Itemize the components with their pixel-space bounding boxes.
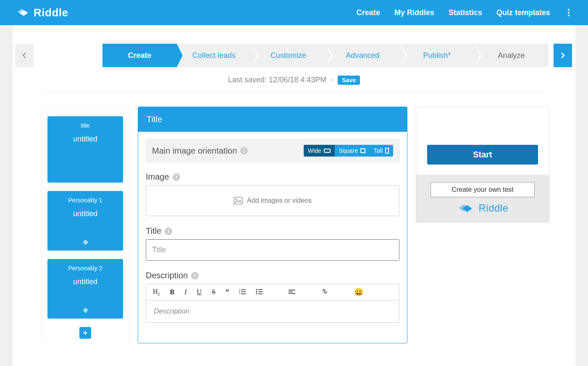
main-columns: title untitled Personality 1 untitled ✥ … [13,92,575,357]
step-publish[interactable]: Publish* [400,44,474,67]
next-step-button[interactable] [554,44,572,67]
ordered-list-icon: 123 [239,288,246,294]
sidebar-tile-personality-1[interactable]: Personality 1 untitled ✥ [47,191,123,251]
step-label: Publish* [423,51,451,60]
step-advanced[interactable]: Advanced [326,44,400,67]
editor-header: Title [138,107,407,132]
info-icon[interactable]: i [165,227,172,235]
step-analyze[interactable]: Analyze [474,44,549,67]
step-label: Advanced [346,51,379,60]
svg-point-3 [236,199,237,201]
tile-title-label: untitled [51,209,120,218]
svg-text:3: 3 [239,293,240,294]
add-tile-button[interactable]: + [79,327,91,339]
preview-top: Start [416,107,549,175]
create-own-test-button[interactable]: Create your own test [430,182,535,197]
preview-bottom: Create your own test Riddle [416,175,549,222]
nav-statistics[interactable]: Statistics [449,8,482,17]
brand-text: Riddle [34,6,68,19]
tile-type-label: title [51,122,120,129]
title-field-label: Title i [146,226,399,236]
rte-underline-button[interactable]: U [195,288,204,297]
prev-step-button[interactable] [15,44,34,67]
orientation-label-text: Main image orientation [152,146,237,156]
orientation-tall-button[interactable]: Tall [370,145,393,157]
sidebar-tile-personality-2[interactable]: Personality 2 untitled ✥ [47,259,123,319]
brand[interactable]: Riddle [15,6,68,19]
description-placeholder: Description [154,307,189,315]
rte-link-button[interactable] [320,287,330,297]
step-collect-leads[interactable]: Collect leads [177,44,251,67]
step-customize[interactable]: Customize [251,44,326,67]
orientation-label: Main image orientation i [152,146,248,156]
steps: Create Collect leads Customize Advanced … [102,44,549,67]
preview-brand[interactable]: Riddle [430,202,535,214]
label-text: Title [146,226,161,236]
info-icon[interactable]: i [191,272,199,280]
tile-title-label: untitled [51,277,120,286]
rte-strike-button[interactable]: S [210,288,217,297]
last-saved-text: Last saved: 12/06/18 4:43PM [228,76,326,84]
nav-create[interactable]: Create [357,8,380,17]
step-label: Analyze [498,51,525,60]
square-shape-icon [360,148,365,153]
tile-type-label: Personality 1 [51,197,120,204]
rte-quote-button[interactable]: ” [224,288,231,297]
image-field-label: Image i [146,172,399,182]
step-row: Create Collect leads Customize Advanced … [13,25,575,70]
kebab-menu-icon[interactable] [564,7,573,18]
nav-templates[interactable]: Quiz templates [496,8,550,17]
preview-brand-text: Riddle [478,202,508,214]
nav-links: Create My Riddles Statistics Quiz templa… [357,7,573,18]
label-text: Description [146,271,188,280]
tile-type-label: Personality 2 [51,265,120,272]
info-icon[interactable]: i [173,173,180,181]
rte-unordered-list-button[interactable] [254,288,264,297]
step-label: Collect leads [192,51,236,60]
toggle-label: Wide [308,147,321,154]
drag-handle-icon[interactable]: ✥ [83,306,88,314]
rte-heading-button[interactable]: H2 [151,287,162,297]
save-button[interactable]: Save [338,76,360,85]
sidebar-tile-title[interactable]: title untitled [47,116,123,183]
step-label: Create [128,51,151,60]
step-create[interactable]: Create [102,44,177,67]
rte-align-button[interactable] [287,288,297,297]
top-nav: Riddle Create My Riddles Statistics Quiz… [0,0,588,25]
editor-body: Main image orientation i Wide Square Tal… [138,132,407,343]
wide-shape-icon [324,149,331,153]
rte-toolbar: H2 B I U S ” 123 😀 [146,284,399,301]
info-icon[interactable]: i [240,147,248,154]
description-field-label: Description i [146,271,399,280]
last-saved-row: Last saved: 12/06/18 4:43PM - Save [13,70,575,88]
description-editor: H2 B I U S ” 123 😀 [146,284,399,323]
toggle-label: Square [339,147,358,154]
orientation-toggle-group: Wide Square Tall [304,145,393,157]
rte-bold-button[interactable]: B [168,288,176,297]
start-button[interactable]: Start [427,145,538,165]
rte-italic-button[interactable]: I [183,288,188,297]
title-input[interactable] [146,239,399,261]
svg-rect-2 [234,197,242,204]
brand-logo-icon [457,202,474,214]
orientation-wide-button[interactable]: Wide [304,145,335,157]
step-label: Customize [270,51,306,60]
separator: - [331,76,333,84]
image-icon [234,197,243,204]
sidebar: title untitled Personality 1 untitled ✥ … [41,107,129,344]
nav-my-riddles[interactable]: My Riddles [394,8,434,17]
link-icon [321,288,328,295]
plus-icon: + [83,329,88,337]
svg-point-14 [256,293,257,295]
orientation-square-button[interactable]: Square [335,145,370,157]
drag-handle-icon[interactable]: ✥ [83,238,88,246]
unordered-list-icon [256,288,262,294]
description-textarea[interactable]: Description [146,301,399,322]
image-dropzone[interactable]: Add images or videos [146,185,399,216]
dropzone-text: Add images or videos [247,197,312,204]
rte-emoji-button[interactable]: 😀 [352,287,365,298]
orientation-bar: Main image orientation i Wide Square Tal… [146,139,399,162]
rte-ordered-list-button[interactable]: 123 [237,288,247,297]
label-text: Image [146,172,169,182]
svg-point-12 [256,291,257,293]
